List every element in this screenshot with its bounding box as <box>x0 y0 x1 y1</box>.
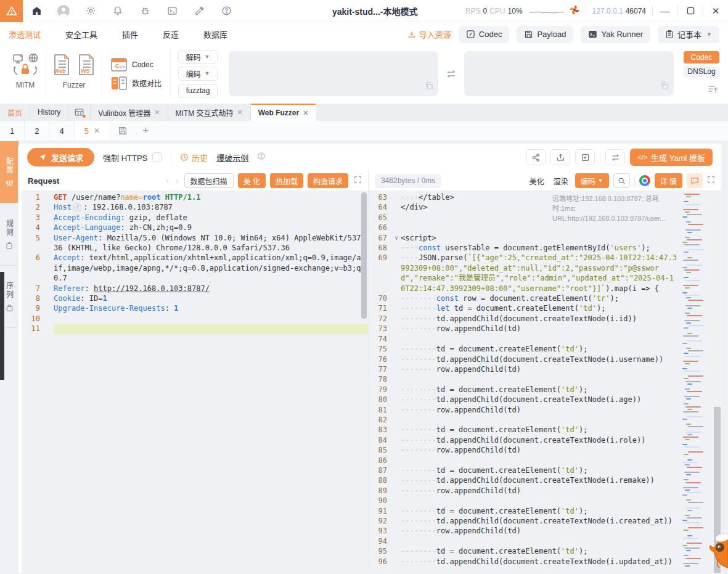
menu-pentest[interactable]: 渗透测试 <box>9 28 41 40</box>
prev-icon[interactable]: ‹ <box>166 176 169 186</box>
code-line: 88········td.appendChild(document.create… <box>369 475 721 485</box>
codec-output-area[interactable] <box>464 51 674 96</box>
avatar[interactable] <box>50 0 77 22</box>
session-grid-icon[interactable] <box>68 104 91 121</box>
engine-pinwheel-icon[interactable] <box>568 4 581 18</box>
tab-mitm-hijack[interactable]: MITM 交互式劫持✕ <box>168 104 251 121</box>
share-button[interactable] <box>526 149 546 165</box>
menu-database[interactable]: 数据库 <box>203 28 227 40</box>
import-button[interactable] <box>575 149 595 165</box>
request-editor[interactable]: 1GET /user/name?name=root HTTP/1.12Host?… <box>22 191 368 573</box>
close-icon[interactable]: ✕ <box>94 126 100 135</box>
notepad-button[interactable]: 记事本 ▼ <box>658 26 719 43</box>
beautify-button[interactable]: 美 化 <box>238 173 266 188</box>
blast-example-link[interactable]: 爆破示例 <box>216 152 248 163</box>
bug-report-icon[interactable] <box>131 0 158 22</box>
add-fuzzer-tab-icon[interactable]: + <box>135 125 157 137</box>
encode-dropdown[interactable]: 编码▼ <box>178 67 218 80</box>
codec-run-button[interactable]: Codec <box>684 51 719 64</box>
force-https-checkbox[interactable] <box>152 152 162 162</box>
hot-reload-button[interactable]: 热加载 <box>270 173 303 188</box>
history-button[interactable]: 历史 <box>180 152 208 163</box>
tools-icon[interactable] <box>186 0 213 22</box>
launcher-toolbar: × MITM Web WS Fuzzer C</> Codec 数据对比 <box>0 46 728 104</box>
close-icon[interactable]: ✕ <box>237 109 243 117</box>
data-compare-tool[interactable]: 数据对比 <box>111 76 162 90</box>
code-line: 73········row.appendChild(td) <box>369 324 721 334</box>
fuzztag-button[interactable]: fuzztag <box>178 84 218 97</box>
sort-collapse-icon[interactable] <box>707 84 719 97</box>
code-line: 86 <box>369 456 721 465</box>
download-icon <box>407 30 416 39</box>
fuzzer-tab-5[interactable]: 5✕ <box>75 121 110 141</box>
fuzzer-launcher[interactable]: Web WS Fuzzer <box>46 50 102 97</box>
response-scrollbar[interactable] <box>713 191 721 573</box>
swap-io-icon[interactable] <box>442 50 460 97</box>
encoding-dropdown[interactable]: 编码▼ <box>575 173 609 188</box>
maximize-button[interactable] <box>678 0 703 22</box>
alert-icon[interactable] <box>0 0 23 22</box>
decode-dropdown[interactable]: 解码▼ <box>178 50 218 64</box>
tab-vulinbox[interactable]: Vulinbox 管理器✕ <box>91 104 168 121</box>
response-render-button[interactable]: 渲染 <box>551 176 571 186</box>
data-compare-icon <box>111 76 127 90</box>
import-resources-button[interactable]: 导入资源 <box>407 28 451 40</box>
payload-button[interactable]: Payload <box>517 26 573 43</box>
menu-plugins[interactable]: 插件 <box>122 28 138 40</box>
minimize-button[interactable]: — <box>653 0 677 22</box>
code-line: 90 <box>369 496 721 506</box>
packet-scan-button[interactable]: 数据包扫描 <box>184 173 234 188</box>
close-button[interactable]: ✕ <box>703 0 728 22</box>
yak-runner-button[interactable]: Yak Runner <box>581 26 650 43</box>
dnslog-button[interactable]: DNSLog <box>684 66 719 78</box>
mitm-launcher[interactable]: × MITM <box>5 50 46 97</box>
request-scrollbar[interactable] <box>361 192 367 319</box>
help-icon[interactable] <box>213 0 240 22</box>
close-icon[interactable]: ✕ <box>154 109 160 117</box>
chrome-icon[interactable] <box>639 175 650 186</box>
menu-reverse[interactable]: 反连 <box>163 28 179 40</box>
codec-button[interactable]: Codec <box>459 26 510 43</box>
details-button[interactable]: 详 情 <box>655 173 682 188</box>
rail-tab-rules[interactable]: 规则 <box>0 203 18 266</box>
console-icon[interactable] <box>158 0 186 22</box>
fuzzer-tab-1[interactable]: 1 <box>0 121 25 141</box>
feedback-chat-icon[interactable] <box>687 173 703 188</box>
fuzzer-tab-2[interactable]: 2 <box>25 121 49 141</box>
tab-home[interactable]: 首页 <box>0 104 30 121</box>
settings-gear-icon[interactable] <box>77 0 104 22</box>
next-icon[interactable]: › <box>176 176 179 186</box>
fullscreen-icon[interactable] <box>707 175 715 186</box>
menu-security-tools[interactable]: 安全工具 <box>65 28 97 40</box>
code-line: 93········row.appendChild(td) <box>369 526 721 536</box>
notepad-icon <box>665 30 674 39</box>
send-request-button[interactable]: 发送请求 <box>27 148 94 166</box>
construct-request-button[interactable]: 构造请求 <box>308 173 348 188</box>
export-button[interactable] <box>550 149 570 165</box>
tab-web-fuzzer[interactable]: Web Fuzzer✕ <box>251 104 316 121</box>
codec-tool[interactable]: C</> Codec <box>111 58 162 72</box>
request-panel: Request ‹ › 数据包扫描 美 化 热加载 构造请求 1GET /use… <box>22 171 368 573</box>
swap-view-button[interactable] <box>605 149 625 165</box>
fuzzer-tab-4[interactable]: 4 <box>49 121 74 141</box>
sliders-icon <box>6 179 14 187</box>
response-minimap[interactable] <box>682 191 712 573</box>
generate-yaml-button[interactable]: </> 生成 Yaml 模板 <box>630 149 713 166</box>
help-circle-icon[interactable] <box>257 152 266 163</box>
copy-icon[interactable] <box>660 81 669 92</box>
code-line: 96········td.appendChild(document.create… <box>369 557 721 567</box>
copy-icon[interactable] <box>425 81 433 92</box>
home-icon[interactable] <box>23 0 50 22</box>
code-line: 66 <box>369 223 721 232</box>
tab-history[interactable]: History <box>30 104 68 121</box>
response-editor[interactable]: 63····</table>64</div>656667∨<script>68·… <box>369 191 721 573</box>
search-icon[interactable] <box>613 173 630 188</box>
codec-input-area[interactable] <box>229 51 438 96</box>
save-fuzzer-icon[interactable] <box>110 126 135 136</box>
response-beautify-button[interactable]: 美化 <box>527 176 547 186</box>
fullscreen-icon[interactable] <box>354 175 362 186</box>
notifications-bell-icon[interactable] <box>104 0 131 22</box>
close-icon[interactable]: ✕ <box>303 109 308 117</box>
rail-tab-config[interactable]: 配置 <box>0 141 18 203</box>
code-line: 78 <box>369 374 721 384</box>
